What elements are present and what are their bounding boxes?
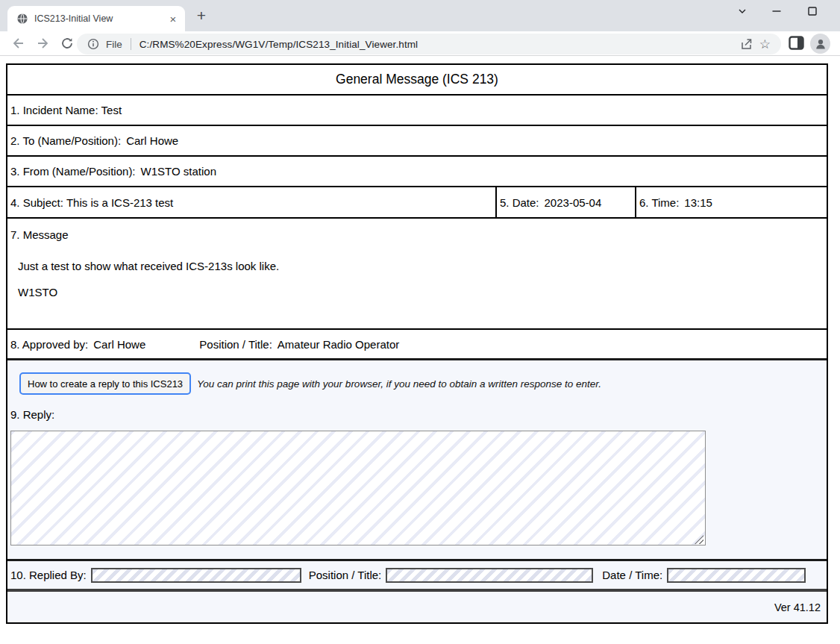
date-value: 2023-05-04 [545, 196, 602, 209]
to-row: 2. To (Name/Position): Carl Howe [7, 126, 827, 157]
approved-by-row: 8. Approved by: Carl Howe Position / Tit… [7, 330, 827, 360]
version-row: Ver 41.12 [7, 592, 827, 622]
url-text[interactable]: C:/RMS%20Express/WG1V/Temp/ICS213_Initia… [140, 39, 418, 50]
replied-position-label: Position / Title: [309, 569, 382, 581]
forward-button[interactable] [34, 34, 52, 52]
replied-by-row: 10. Replied By: Position / Title: Date /… [7, 561, 827, 592]
browser-tab[interactable]: ICS213-Initial View × [7, 6, 185, 31]
minimize-button[interactable] [765, 1, 788, 21]
ics213-form: General Message (ICS 213) 1. Incident Na… [6, 63, 828, 624]
message-signature: W1STO [18, 286, 824, 298]
time-cell: 6. Time: 13:15 [636, 187, 827, 217]
globe-icon [16, 13, 28, 25]
bookmark-button[interactable]: ☆ [759, 38, 771, 51]
subject-cell: 4. Subject: This is a ICS-213 test [7, 187, 497, 217]
date-label: 5. Date: [500, 196, 539, 209]
from-label: 3. From (Name/Position): [10, 165, 136, 178]
approved-position-label: Position / Title: [199, 338, 272, 351]
minimize-icon [771, 5, 783, 17]
subject-date-time-row: 4. Subject: This is a ICS-213 test 5. Da… [7, 187, 827, 219]
reply-textarea[interactable] [10, 431, 706, 545]
info-icon[interactable] [87, 38, 99, 50]
version-text: Ver 41.12 [774, 601, 821, 613]
window-chevron-button[interactable] [731, 1, 753, 21]
side-panel-icon [789, 36, 804, 50]
approved-position-value: Amateur Radio Operator [278, 338, 399, 351]
new-tab-button[interactable]: + [192, 7, 210, 25]
approved-by-label: 8. Approved by: [10, 338, 88, 351]
tab-close-button[interactable]: × [167, 13, 179, 25]
replied-by-input[interactable] [91, 568, 301, 583]
print-note: You can print this page with your browse… [197, 378, 601, 390]
message-line: Just a test to show what received ICS-21… [18, 260, 824, 272]
time-label: 6. Time: [639, 196, 679, 209]
to-label: 2. To (Name/Position): [10, 134, 121, 147]
incident-name-label: 1. Incident Name: [10, 104, 98, 116]
avatar-icon [814, 37, 827, 51]
share-icon [739, 37, 753, 51]
reply-help-button[interactable]: How to create a reply to this ICS213 [19, 372, 191, 395]
subject-label: 4. Subject: [10, 196, 63, 209]
replied-by-label: 10. Replied By: [10, 569, 87, 581]
date-cell: 5. Date: 2023-05-04 [497, 187, 636, 217]
chevron-down-icon [736, 5, 748, 17]
omnibox-divider [131, 38, 131, 50]
tab-strip: ICS213-Initial View × + [0, 0, 840, 31]
approved-by-value: Carl Howe [93, 338, 145, 351]
replied-datetime-input[interactable] [667, 568, 806, 583]
incident-name-row: 1. Incident Name: Test [7, 96, 827, 126]
side-panel-button[interactable] [789, 36, 804, 50]
incident-name-value: Test [101, 104, 122, 116]
url-scheme-label: File [106, 39, 122, 50]
message-label: 7. Message [10, 228, 824, 241]
reply-section: How to create a reply to this ICS213 You… [7, 360, 827, 561]
back-arrow-icon [10, 36, 25, 51]
from-value: W1STO station [141, 165, 216, 178]
share-button[interactable] [739, 37, 753, 51]
address-bar[interactable]: File C:/RMS%20Express/WG1V/Temp/ICS213_I… [77, 34, 781, 54]
back-button[interactable] [9, 34, 27, 52]
page-content: General Message (ICS 213) 1. Incident Na… [0, 56, 840, 644]
from-row: 3. From (Name/Position): W1STO station [7, 157, 827, 187]
time-value: 13:15 [684, 196, 712, 209]
forward-arrow-icon [36, 36, 51, 51]
subject-value: This is a ICS-213 test [66, 196, 173, 209]
profile-button[interactable] [810, 34, 830, 54]
message-section: 7. Message Just a test to show what rece… [7, 219, 827, 330]
form-title: General Message (ICS 213) [7, 65, 827, 96]
reload-button[interactable] [58, 34, 76, 52]
to-value: Carl Howe [126, 134, 178, 147]
replied-datetime-label: Date / Time: [602, 569, 662, 581]
maximize-icon [806, 5, 818, 17]
tab-title: ICS213-Initial View [34, 13, 167, 24]
reload-icon [60, 37, 74, 50]
replied-position-input[interactable] [386, 568, 593, 583]
reply-label: 9. Reply: [10, 408, 54, 421]
maximize-button[interactable] [801, 1, 824, 21]
